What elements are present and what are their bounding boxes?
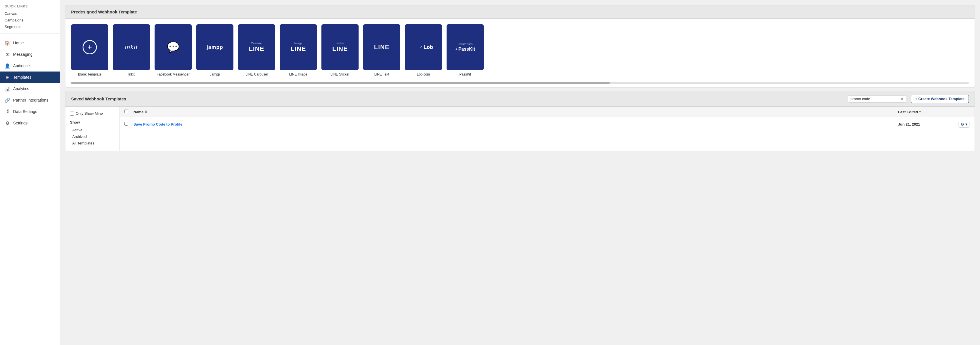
template-label-jampp: Jampp [210, 72, 220, 77]
template-card-blank[interactable]: + [71, 24, 108, 70]
template-label-line-carousel: LINE Carousel [245, 72, 268, 77]
quick-link-canvas[interactable]: Canvas [0, 10, 60, 17]
template-card-line-sticker[interactable]: Sticker LINE [321, 24, 359, 70]
template-card-wrap-facebook: 💬 Facebook Messenger [154, 24, 192, 77]
sidebar-item-audience[interactable]: 👤 Audience [0, 60, 60, 72]
only-show-mine-label: Only Show Mine [76, 111, 103, 116]
sidebar-item-settings[interactable]: ⚙ Settings [0, 117, 60, 129]
partner-integrations-icon: 🔗 [5, 97, 10, 103]
template-label-lob: Lob.com [417, 72, 430, 77]
messaging-icon: ✉ [5, 51, 10, 57]
filter-option-archived[interactable]: Archived [70, 133, 115, 140]
sidebar: QUICK LINKS Canvas Campaigns Segments 🏠 … [0, 0, 60, 345]
template-card-lob[interactable]: ⟋⟋ Lob [405, 24, 442, 70]
saved-section-header: Saved Webhook Templates ✕ + Create Webho… [65, 91, 975, 107]
col-last-edited-header[interactable]: Last Edited ▾ [898, 110, 955, 114]
messenger-icon: 💬 [167, 41, 180, 53]
sidebar-item-label: Partner Integrations [13, 98, 48, 102]
template-label-line-sticker: LINE Sticker [331, 72, 350, 77]
main-content: Predesigned Webhook Template + Blank Tem… [60, 0, 980, 345]
line-text-logo: LINE [374, 44, 390, 51]
saved-body: Only Show Mine Show Active Archived All … [65, 107, 975, 151]
quick-link-campaigns[interactable]: Campaigns [0, 17, 60, 24]
template-label-blank: Blank Template [78, 72, 102, 77]
row-actions: ⚙ ▾ [959, 121, 970, 128]
template-label-line-text: LINE Text [374, 72, 389, 77]
template-card-wrap-line-carousel: Carousel LINE LINE Carousel [238, 24, 275, 77]
only-show-mine-checkbox[interactable] [70, 112, 74, 116]
sidebar-item-data-settings[interactable]: 🗄 Data Settings [0, 106, 60, 117]
saved-section: Saved Webhook Templates ✕ + Create Webho… [65, 91, 975, 151]
template-card-line-image[interactable]: Image LINE [280, 24, 317, 70]
template-card-inkit[interactable]: inkit [113, 24, 150, 70]
quick-link-segments[interactable]: Segments [0, 24, 60, 30]
row-gear-button[interactable]: ⚙ ▾ [959, 121, 969, 128]
create-webhook-template-button[interactable]: + Create Webhook Template [911, 95, 969, 103]
sidebar-item-label: Templates [13, 75, 32, 80]
line-carousel-logo: Carousel LINE [249, 42, 264, 52]
name-sort-icon: ⇅ [145, 110, 147, 114]
sidebar-item-analytics[interactable]: 📊 Analytics [0, 83, 60, 94]
audience-icon: 👤 [5, 63, 10, 69]
sidebar-item-messaging[interactable]: ✉ Messaging [0, 49, 60, 60]
sidebar-item-label: Home [13, 41, 24, 45]
templates-table: Name ⇅ Last Edited ▾ Save Promo Code to … [120, 107, 975, 151]
select-all-checkbox[interactable] [124, 110, 128, 113]
line-image-logo: Image LINE [291, 42, 306, 52]
row-last-edited: Jun 21, 2021 [898, 122, 955, 126]
template-card-line-carousel[interactable]: Carousel LINE [238, 24, 275, 70]
filter-option-all-templates[interactable]: All Templates [70, 140, 115, 147]
template-name-link[interactable]: Save Promo Code to Profile [134, 122, 894, 126]
search-clear-icon[interactable]: ✕ [900, 97, 904, 101]
template-label-inkit: Inkit [128, 72, 135, 77]
filter-option-active[interactable]: Active [70, 127, 115, 133]
sidebar-item-label: Analytics [13, 86, 29, 91]
jampp-logo: jampp [207, 44, 223, 50]
filter-sidebar: Only Show Mine Show Active Archived All … [65, 107, 120, 151]
template-label-passkit: PassKit [460, 72, 471, 77]
predesigned-section: Predesigned Webhook Template + Blank Tem… [65, 5, 975, 88]
quick-links-label: QUICK LINKS [0, 5, 60, 10]
template-card-wrap-inkit: inkit Inkit [113, 24, 150, 77]
sidebar-item-label: Messaging [13, 52, 33, 57]
col-name-header[interactable]: Name ⇅ [134, 110, 894, 114]
sidebar-item-label: Settings [13, 121, 28, 125]
scroll-track [71, 82, 969, 84]
templates-icon: ⊞ [5, 74, 10, 80]
table-header-row: Name ⇅ Last Edited ▾ [120, 107, 975, 117]
search-input[interactable] [851, 97, 899, 101]
header-checkbox-col [124, 110, 130, 114]
template-card-facebook[interactable]: 💬 [154, 24, 192, 70]
lob-logo: ⟋⟋ Lob [414, 44, 433, 50]
template-card-wrap-jampp: jampp Jampp [196, 24, 234, 77]
only-show-mine-row: Only Show Mine [70, 111, 115, 116]
row-checkbox[interactable] [124, 122, 128, 126]
sidebar-item-home[interactable]: 🏠 Home [0, 37, 60, 49]
saved-section-title: Saved Webhook Templates [71, 96, 843, 101]
template-card-wrap-line-image: Image LINE LINE Image [280, 24, 317, 77]
row-checkbox-col [124, 122, 130, 126]
scroll-thumb [71, 82, 610, 84]
passkit-logo: Update Pass ✦PassKit [455, 43, 475, 52]
inkit-logo: inkit [125, 44, 138, 51]
sidebar-item-label: Audience [13, 64, 30, 68]
table-row: Save Promo Code to Profile Jun 21, 2021 … [120, 117, 975, 131]
template-card-line-text[interactable]: LINE [363, 24, 400, 70]
template-label-line-image: LINE Image [289, 72, 307, 77]
template-card-jampp[interactable]: jampp [196, 24, 234, 70]
sidebar-divider [0, 34, 60, 34]
settings-icon: ⚙ [5, 120, 10, 126]
template-card-wrap-line-text: LINE LINE Text [363, 24, 400, 77]
template-card-passkit[interactable]: Update Pass ✦PassKit [447, 24, 484, 70]
sidebar-item-templates[interactable]: ⊞ Templates [0, 72, 60, 83]
analytics-icon: 📊 [5, 86, 10, 91]
template-card-wrap-lob: ⟋⟋ Lob Lob.com [405, 24, 442, 77]
search-box: ✕ [848, 95, 906, 103]
template-card-wrap-blank: + Blank Template [71, 24, 108, 77]
sidebar-item-partner-integrations[interactable]: 🔗 Partner Integrations [0, 94, 60, 106]
template-label-facebook: Facebook Messenger [157, 72, 189, 77]
template-card-wrap-line-sticker: Sticker LINE LINE Sticker [321, 24, 359, 77]
template-card-wrap-passkit: Update Pass ✦PassKit PassKit [447, 24, 484, 77]
data-settings-icon: 🗄 [5, 109, 10, 114]
predesigned-section-header: Predesigned Webhook Template [65, 5, 975, 19]
